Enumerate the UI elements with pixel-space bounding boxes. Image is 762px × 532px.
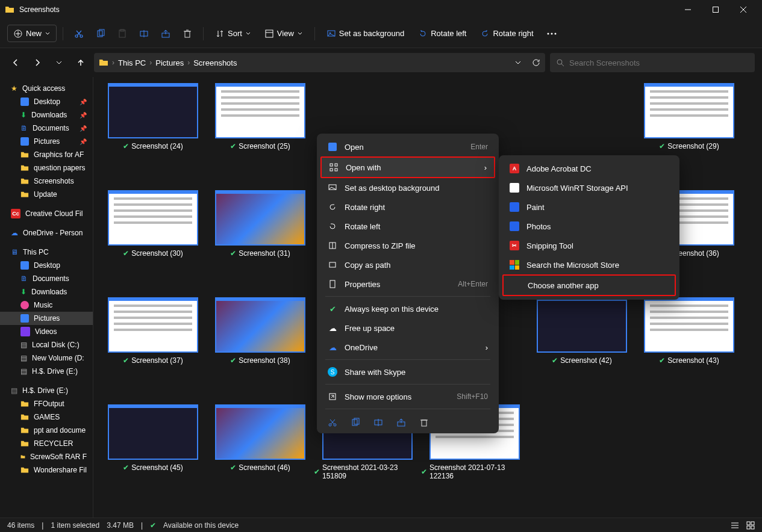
file-thumbnail[interactable]: ✔Screenshot (30) bbox=[99, 190, 207, 298]
ctx-copy-path[interactable]: Copy as path bbox=[320, 255, 495, 274]
sidebar: ★Quick access Desktop📌⬇Downloads📌🗎Docume… bbox=[0, 77, 93, 518]
rotate-left-button[interactable]: Rotate left bbox=[413, 25, 472, 42]
ctx-share-icon[interactable] bbox=[395, 416, 407, 428]
file-thumbnail[interactable]: ✔Screenshot (43) bbox=[636, 297, 743, 406]
ctx-rotate-left[interactable]: Rotate left bbox=[320, 217, 495, 236]
folder-icon bbox=[99, 58, 108, 67]
sidebar-item[interactable]: ⬇Downloads bbox=[0, 285, 93, 298]
rename-button[interactable] bbox=[134, 25, 154, 42]
file-thumbnail[interactable]: ✔Screenshot (46) bbox=[207, 404, 314, 513]
search-input[interactable] bbox=[569, 58, 749, 67]
forward-button[interactable] bbox=[29, 54, 46, 71]
delete-button[interactable] bbox=[178, 25, 197, 42]
breadcrumb[interactable]: › This PC › Pictures › Screenshots bbox=[94, 53, 545, 72]
ctx-open[interactable]: OpenEnter bbox=[320, 137, 495, 156]
sidebar-item[interactable]: Graphics for AF bbox=[0, 148, 93, 161]
close-button[interactable] bbox=[729, 0, 757, 19]
sidebar-onedrive[interactable]: ☁OneDrive - Person bbox=[0, 226, 93, 240]
svg-rect-39 bbox=[330, 169, 333, 171]
breadcrumb-item[interactable]: Pictures bbox=[155, 58, 184, 67]
sidebar-item[interactable]: GAMES bbox=[0, 410, 93, 424]
sidebar-drive[interactable]: ▤H.$. Drive (E:) bbox=[0, 384, 93, 397]
submenu-item[interactable]: AAdobe Acrobat DC bbox=[502, 159, 676, 178]
ctx-properties[interactable]: PropertiesAlt+Enter bbox=[320, 274, 495, 294]
svg-point-27 bbox=[554, 32, 556, 34]
up-button[interactable] bbox=[72, 54, 89, 71]
sidebar-item[interactable]: 🗎Documents bbox=[0, 272, 93, 285]
ctx-rotate-right[interactable]: Rotate right bbox=[320, 197, 495, 217]
file-thumbnail[interactable]: ✔Screenshot (37) bbox=[99, 297, 207, 406]
submenu-item[interactable]: Microsoft WinRT Storage API bbox=[502, 178, 676, 197]
ctx-free-up[interactable]: ☁Free up space bbox=[320, 318, 495, 338]
view-button[interactable]: View bbox=[259, 25, 308, 42]
sidebar-item[interactable]: Update bbox=[0, 188, 93, 201]
sidebar-item[interactable]: ▤New Volume (D: bbox=[0, 351, 93, 365]
refresh-button[interactable] bbox=[532, 58, 540, 67]
rotate-right-button[interactable]: Rotate right bbox=[475, 25, 539, 42]
recent-button[interactable] bbox=[51, 54, 67, 71]
file-thumbnail[interactable]: ✔Screenshot (42) bbox=[528, 297, 636, 406]
window-title: Screenshots bbox=[19, 5, 674, 14]
ctx-open-with[interactable]: Open with› bbox=[320, 156, 495, 178]
cut-button[interactable] bbox=[69, 25, 89, 42]
ctx-compress[interactable]: Compress to ZIP file bbox=[320, 236, 495, 255]
sidebar-item[interactable]: Pictures bbox=[0, 312, 93, 325]
sidebar-item[interactable]: Videos bbox=[0, 325, 93, 338]
maximize-button[interactable] bbox=[702, 0, 729, 19]
sidebar-item[interactable]: ⬇Downloads📌 bbox=[0, 108, 93, 122]
submenu-item[interactable]: Search the Microsoft Store bbox=[502, 255, 676, 274]
sidebar-item[interactable]: Screenshots bbox=[0, 175, 93, 188]
ctx-always-keep[interactable]: ✔Always keep on this device bbox=[320, 299, 495, 318]
ctx-skype[interactable]: SShare with Skype bbox=[320, 362, 495, 382]
paste-button[interactable] bbox=[113, 25, 132, 42]
submenu-item[interactable]: ✂Snipping Tool bbox=[502, 236, 676, 255]
back-button[interactable] bbox=[7, 54, 24, 71]
sidebar-item[interactable]: FFOutput bbox=[0, 397, 93, 410]
sidebar-item[interactable]: RECYCLER bbox=[0, 437, 93, 450]
share-button[interactable] bbox=[156, 25, 175, 42]
ctx-cut-icon[interactable] bbox=[326, 416, 339, 428]
thumbnail-view-button[interactable] bbox=[746, 521, 755, 530]
file-thumbnail[interactable]: ✔Screenshot (38) bbox=[207, 297, 314, 406]
svg-point-28 bbox=[557, 60, 562, 64]
ctx-copy-icon[interactable] bbox=[349, 416, 361, 428]
sidebar-creative-cloud[interactable]: CcCreative Cloud Fil bbox=[0, 207, 93, 220]
file-thumbnail[interactable]: ✔Screenshot (31) bbox=[207, 190, 314, 298]
submenu-item[interactable]: Photos bbox=[502, 217, 676, 236]
sidebar-item[interactable]: ▤Local Disk (C:) bbox=[0, 338, 93, 351]
sidebar-item[interactable]: question papers bbox=[0, 161, 93, 175]
sidebar-item[interactable]: 🗎Documents📌 bbox=[0, 122, 93, 135]
submenu-item[interactable]: Choose another app bbox=[502, 274, 676, 296]
sidebar-item[interactable]: Music bbox=[0, 298, 93, 312]
file-thumbnail[interactable]: ✔Screenshot (25) bbox=[207, 83, 314, 191]
sidebar-item[interactable]: Wondershare Fil bbox=[0, 463, 93, 477]
chevron-down-icon[interactable] bbox=[515, 60, 521, 66]
sidebar-item[interactable]: ▤H.$. Drive (E:) bbox=[0, 365, 93, 378]
ctx-rename-icon[interactable] bbox=[372, 416, 384, 428]
breadcrumb-item[interactable]: Screenshots bbox=[193, 58, 237, 67]
file-thumbnail[interactable]: ✔Screenshot (24) bbox=[99, 83, 207, 191]
breadcrumb-item[interactable]: This PC bbox=[118, 58, 146, 67]
sidebar-item[interactable]: ppt and docume bbox=[0, 424, 93, 437]
submenu-item[interactable]: Paint bbox=[502, 197, 676, 217]
file-thumbnail[interactable]: ✔Screenshot (45) bbox=[99, 404, 207, 513]
ctx-delete-icon[interactable] bbox=[418, 416, 430, 428]
sort-button[interactable]: Sort bbox=[210, 25, 257, 42]
sidebar-item[interactable]: Pictures📌 bbox=[0, 135, 93, 148]
sidebar-item[interactable]: ScrewSoft RAR F bbox=[0, 450, 93, 463]
copy-button[interactable] bbox=[91, 25, 110, 42]
open-with-submenu: AAdobe Acrobat DCMicrosoft WinRT Storage… bbox=[499, 155, 679, 300]
ctx-set-desktop[interactable]: Set as desktop background bbox=[320, 178, 495, 197]
set-background-button[interactable]: Set as background bbox=[321, 25, 410, 42]
sidebar-item[interactable]: Desktop📌 bbox=[0, 95, 93, 108]
sidebar-item[interactable]: Desktop bbox=[0, 259, 93, 272]
more-button[interactable] bbox=[542, 29, 561, 39]
new-button[interactable]: New bbox=[7, 25, 57, 42]
details-view-button[interactable] bbox=[731, 521, 739, 530]
sidebar-quick-access[interactable]: ★Quick access bbox=[0, 82, 93, 95]
search-box[interactable] bbox=[550, 53, 755, 72]
ctx-show-more[interactable]: Show more optionsShift+F10 bbox=[320, 387, 495, 406]
ctx-onedrive[interactable]: ☁OneDrive› bbox=[320, 338, 495, 357]
minimize-button[interactable] bbox=[674, 0, 702, 19]
sidebar-this-pc[interactable]: 🖥This PC bbox=[0, 246, 93, 259]
